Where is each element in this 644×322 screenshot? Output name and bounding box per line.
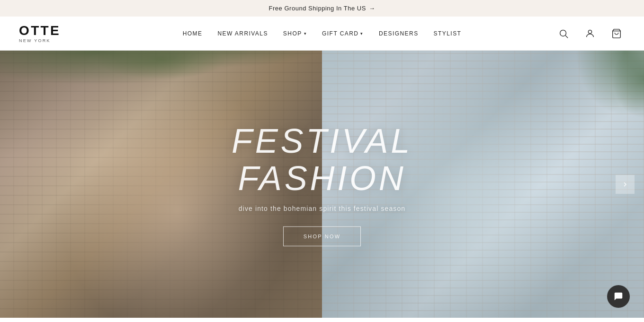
header: OTTE NEW YORK HOME NEW ARRIVALS SHOP ▾ G… xyxy=(0,17,644,51)
search-icon xyxy=(558,28,569,39)
account-icon xyxy=(585,28,595,39)
nav-right-icons xyxy=(555,25,625,42)
gift-card-chevron: ▾ xyxy=(360,31,363,36)
hero-title: FESTIVAL FASHION xyxy=(156,122,488,197)
nav-shop[interactable]: SHOP ▾ xyxy=(283,30,307,37)
hero-next-arrow[interactable] xyxy=(616,175,635,194)
logo-sub: NEW YORK xyxy=(19,38,51,43)
svg-point-0 xyxy=(560,30,566,36)
logo-brand: OTTE xyxy=(19,24,61,37)
nav-gift-card[interactable]: GIFT CARD ▾ xyxy=(322,30,364,37)
search-button[interactable] xyxy=(555,25,572,42)
header-inner: OTTE NEW YORK HOME NEW ARRIVALS SHOP ▾ G… xyxy=(19,24,625,43)
chevron-right-icon xyxy=(621,181,629,188)
cart-button[interactable] xyxy=(608,25,625,42)
nav-stylist[interactable]: STYLIST xyxy=(434,30,462,37)
chat-bubble[interactable] xyxy=(607,285,630,308)
hero-content: FESTIVAL FASHION dive into the bohemian … xyxy=(156,122,488,246)
svg-line-1 xyxy=(565,35,568,38)
nav-home[interactable]: HOME xyxy=(183,30,203,37)
announcement-arrow: → xyxy=(369,5,376,12)
announcement-bar: Free Ground Shipping In The US → xyxy=(0,0,644,17)
main-nav: HOME NEW ARRIVALS SHOP ▾ GIFT CARD ▾ DES… xyxy=(183,30,462,37)
account-button[interactable] xyxy=(581,25,599,42)
chat-icon xyxy=(613,291,624,302)
svg-point-2 xyxy=(588,30,591,33)
nav-designers[interactable]: DESIGNERS xyxy=(379,30,419,37)
hero-section: FESTIVAL FASHION dive into the bohemian … xyxy=(0,51,644,318)
nav-new-arrivals[interactable]: NEW ARRIVALS xyxy=(217,30,268,37)
logo[interactable]: OTTE NEW YORK xyxy=(19,24,61,43)
cart-icon xyxy=(611,28,622,39)
shop-chevron: ▾ xyxy=(304,31,307,36)
announcement-text: Free Ground Shipping In The US xyxy=(269,5,366,12)
hero-cta-button[interactable]: SHOP NOW xyxy=(283,226,361,246)
hero-subtitle: dive into the bohemian spirit this festi… xyxy=(156,205,488,212)
announcement-link[interactable]: Free Ground Shipping In The US → xyxy=(269,5,376,12)
